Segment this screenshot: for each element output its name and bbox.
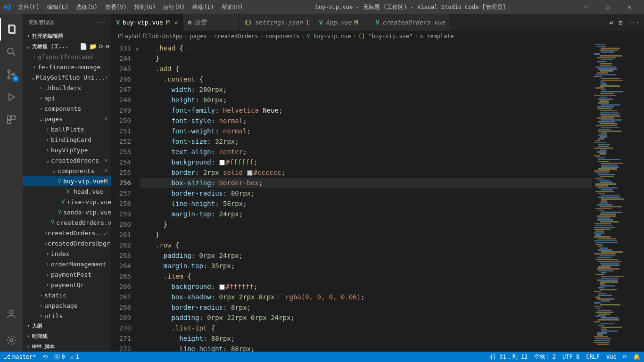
tree-item[interactable]: ›ballPlate [23,124,111,134]
npm-section[interactable]: ›NPM 脚本 [23,341,111,352]
titlebar: 文件(F)编辑(E)选择(S)查看(V)转到(G)运行(R)终端(I)帮助(H)… [0,0,644,14]
tree-item[interactable]: ⌄PlayGolfClub-Uni... [23,72,111,82]
open-editors-section[interactable]: ›打开的编辑器 [23,31,111,41]
eol[interactable]: CRLF [586,354,600,360]
breadcrumb-item[interactable]: PlayGolfClub-UniApp [118,33,182,40]
breadcrumb-item[interactable]: pages [190,33,207,40]
svg-rect-10 [8,120,11,123]
svg-point-4 [8,70,10,73]
breadcrumb-item[interactable]: {} "buy-vip.vue" [358,33,413,40]
sidebar-title: 资源管理器 [28,19,54,26]
tree-item[interactable]: Vhead.vue [23,186,111,197]
feedback-icon[interactable]: ☺ [623,354,627,360]
breadcrumbs[interactable]: PlayGolfClub-UniApp›pages›createdOrders›… [111,31,644,42]
editor-tab[interactable]: ⚙设置 [183,14,240,31]
sidebar-header: 资源管理器 ··· [23,14,111,31]
code-content[interactable]: .head {··· } .add { .content { width: 28… [140,42,592,352]
minimize-button[interactable]: ─ [575,0,597,14]
menu-item[interactable]: 编辑(E) [44,1,72,13]
collapse-icon[interactable]: ⊟ [106,43,109,50]
close-button[interactable]: ✕ [619,0,640,14]
tree-item[interactable]: Vbuy-vip.vueM [23,176,111,186]
git-branch[interactable]: ⎇ master* [4,354,36,360]
tree-item[interactable]: ›buyVipType [23,145,111,155]
run-debug-icon[interactable] [0,86,23,108]
editor-tab[interactable]: Vbuy-vip.vueM× [111,14,183,31]
tree-item[interactable]: ›static [23,290,111,300]
close-tab-icon: × [174,19,178,26]
split-icon[interactable]: ◫ [619,19,623,26]
explorer-icon[interactable] [0,18,23,41]
notifications-icon[interactable]: 🔔 [633,354,640,360]
svg-rect-9 [12,116,15,119]
svg-marker-7 [9,94,15,100]
menu-item[interactable]: 帮助(H) [219,1,246,13]
sync-icon[interactable]: ⟲ [43,354,48,360]
svg-line-3 [13,53,15,56]
sidebar-more-icon[interactable]: ··· [96,19,106,25]
tree-item[interactable]: ›fe-finance-manage [23,62,111,72]
svg-point-2 [8,48,13,54]
more-icon[interactable]: ··· [628,19,639,26]
menu-item[interactable]: 终端(I) [190,1,217,13]
tree-item[interactable]: ›.hbuilderx [23,82,111,93]
tree-item[interactable]: ›createdOrders... [23,228,111,238]
refresh-icon[interactable]: ⟳ [99,43,104,50]
outline-section[interactable]: ›大纲 [23,321,111,331]
tree-item[interactable]: ›utils [23,311,111,321]
breadcrumb-item[interactable]: V buy-vip.vue [307,33,351,40]
search-icon[interactable] [0,41,23,63]
source-control-icon[interactable]: 3 [0,63,23,86]
editor-area: Vbuy-vip.vueM×⚙设置{}settings.json1VApp.vu… [111,14,644,352]
compare-icon[interactable]: ⇄ [610,19,613,26]
menu-bar: 文件(F)编辑(E)选择(S)查看(V)转到(G)运行(R)终端(I)帮助(H) [15,1,246,13]
tree-item[interactable]: Vrise-vip.vue [23,197,111,207]
tree-item[interactable]: ›unpackage [23,300,111,311]
language-mode[interactable]: Vue [606,354,617,360]
activity-bar: 3 [0,14,23,352]
tree-item[interactable]: ›index [23,248,111,259]
editor-tab[interactable]: VApp.vueM [314,14,371,31]
account-icon[interactable] [0,303,23,325]
tree-item[interactable]: ›createdOrdersUpgra... [23,238,111,248]
tree-item[interactable]: ›orderManagement [23,259,111,269]
menu-item[interactable]: 运行(R) [160,1,188,13]
timeline-section[interactable]: ›时间线 [23,331,111,341]
breadcrumb-item[interactable]: createdOrders [214,33,258,40]
tree-item[interactable]: ›gfsportfrontend [23,51,111,62]
breadcrumb-item[interactable]: components [265,33,299,40]
editor-tab[interactable]: VcreatedOrders.vue [371,14,450,31]
new-file-icon[interactable]: 📄 [80,43,87,50]
cursor-position[interactable]: 行 91，列 12 [490,353,528,361]
minimap[interactable] [592,42,644,352]
menu-item[interactable]: 转到(G) [132,1,159,13]
svg-point-12 [10,339,13,342]
tree-item[interactable]: ›paymentPost [23,269,111,280]
tree-item[interactable]: ›bindingCard [23,134,111,145]
problems[interactable]: ⓧ 0 ⚠ 1 [54,353,79,361]
tree-item[interactable]: VcreatedOrders.vue [23,217,111,228]
window-controls: ─ ▢ ✕ [575,0,640,14]
tree-item[interactable]: ›api [23,93,111,103]
settings-gear-icon[interactable] [0,329,23,352]
new-folder-icon[interactable]: 📁 [89,43,97,50]
menu-item[interactable]: 查看(V) [102,1,130,13]
breadcrumb-item[interactable]: ◇ template [420,33,454,40]
tree-item[interactable]: ⌄components [23,165,111,176]
editor-tab[interactable]: {}settings.json1 [240,14,314,31]
svg-point-5 [8,77,10,79]
maximize-button[interactable]: ▢ [597,0,619,14]
line-gutter: 131>244245246247248249250251252253254255… [111,42,140,352]
tree-item[interactable]: ⌄createdOrders [23,155,111,165]
explorer-sidebar: 资源管理器 ··· ›打开的编辑器 ⌄无标题 (工... 📄 📁 ⟳ ⊟ ›gf… [23,14,111,352]
extensions-icon[interactable] [0,108,23,131]
tree-item[interactable]: ›paymentQr [23,280,111,290]
encoding[interactable]: UTF-8 [562,354,579,360]
menu-item[interactable]: 文件(F) [15,1,42,13]
tree-item[interactable]: ⌄pages [23,114,111,124]
menu-item[interactable]: 选择(S) [73,1,100,13]
workspace-section[interactable]: ⌄无标题 (工... 📄 📁 ⟳ ⊟ [23,41,111,51]
tree-item[interactable]: ›components [23,103,111,114]
indentation[interactable]: 空格: 2 [534,353,556,361]
tree-item[interactable]: Vsanda-vip.vue [23,207,111,217]
